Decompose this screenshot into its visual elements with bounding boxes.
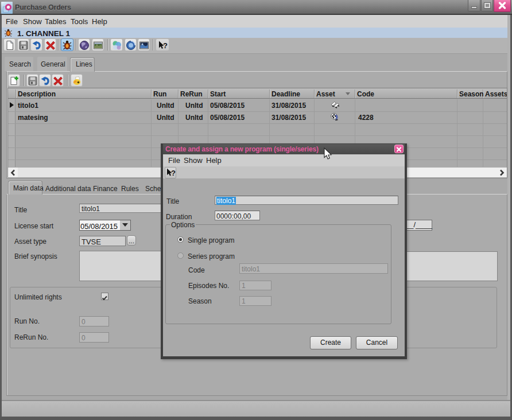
svg-text:?: ?: [171, 169, 176, 177]
svg-text:?: ?: [163, 41, 168, 50]
